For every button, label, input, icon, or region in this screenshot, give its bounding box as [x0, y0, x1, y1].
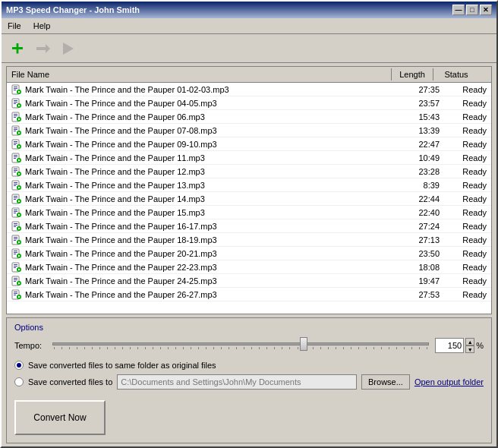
menu-file[interactable]: File — [2, 20, 27, 32]
table-row[interactable]: Mark Twain - The Prince and the Pauper 1… — [7, 206, 491, 219]
file-status-cell: Ready — [446, 112, 491, 122]
convert-now-button[interactable]: Convert Now — [14, 400, 106, 435]
svg-rect-16 — [14, 114, 17, 115]
tempo-spin-up[interactable]: ▲ — [465, 338, 474, 345]
table-row[interactable]: Mark Twain - The Prince and the Pauper 1… — [7, 178, 491, 192]
file-list-body[interactable]: Mark Twain - The Prince and the Pauper 0… — [7, 83, 491, 314]
tempo-spin-down[interactable]: ▼ — [465, 345, 474, 353]
svg-rect-10 — [14, 100, 17, 101]
svg-rect-70 — [14, 237, 17, 238]
slider-tick — [213, 347, 214, 349]
table-row[interactable]: Mark Twain - The Prince and the Pauper 0… — [7, 137, 491, 151]
tempo-slider-track[interactable] — [52, 342, 429, 345]
table-row[interactable]: Mark Twain - The Prince and the Pauper 1… — [7, 219, 491, 233]
mp3-file-icon — [11, 153, 22, 163]
file-name-cell: Mark Twain - The Prince and the Pauper 1… — [7, 193, 404, 205]
minimize-button[interactable]: — — [452, 5, 465, 15]
slider-tick — [77, 347, 77, 349]
mp3-file-icon — [11, 289, 22, 300]
slider-tick — [145, 347, 146, 349]
slider-tick — [229, 347, 229, 349]
table-row[interactable]: Mark Twain - The Prince and the Pauper 2… — [7, 260, 491, 274]
svg-rect-36 — [14, 158, 16, 159]
slider-tick — [160, 347, 161, 349]
file-name-cell: Mark Twain - The Prince and the Pauper 0… — [7, 138, 404, 150]
title-bar-buttons: — □ ✕ — [452, 5, 492, 15]
table-row[interactable]: Mark Twain - The Prince and the Pauper 1… — [7, 233, 491, 247]
file-name-text: Mark Twain - The Prince and the Pauper 1… — [25, 208, 205, 217]
tempo-value-input[interactable] — [435, 338, 464, 353]
maximize-button[interactable]: □ — [466, 5, 478, 15]
svg-rect-29 — [14, 143, 17, 144]
mp3-file-icon — [11, 98, 22, 109]
file-status-cell: Ready — [446, 180, 491, 191]
svg-rect-46 — [14, 182, 17, 183]
slider-tick — [137, 347, 138, 349]
title-bar: MP3 Speed Changer - John Smith — □ ✕ — [2, 2, 496, 18]
save-to-label: Save converted files to — [28, 377, 112, 386]
file-status-cell: Ready — [446, 84, 491, 95]
file-status-cell: Ready — [446, 262, 491, 273]
save-to-radio[interactable] — [14, 377, 24, 386]
table-row[interactable]: Mark Twain - The Prince and the Pauper 2… — [7, 274, 491, 288]
options-panel: Options Tempo: ▲ ▼ % — [6, 317, 492, 443]
save-path-input[interactable] — [117, 374, 357, 390]
file-name-text: Mark Twain - The Prince and the Pauper 1… — [25, 181, 205, 190]
slider-tick — [266, 347, 267, 349]
file-name-cell: Mark Twain - The Prince and the Pauper 0… — [7, 125, 404, 137]
slider-tick — [358, 347, 359, 349]
svg-rect-77 — [14, 252, 17, 253]
menu-help[interactable]: Help — [27, 20, 57, 32]
table-row[interactable]: Mark Twain - The Prince and the Pauper 0… — [7, 124, 491, 137]
file-length-cell: 27:24 — [404, 221, 446, 232]
file-length-cell: 23:57 — [404, 98, 446, 109]
table-row[interactable]: Mark Twain - The Prince and the Pauper 0… — [7, 96, 491, 110]
slider-tick — [99, 347, 100, 349]
browse-button[interactable]: Browse... — [361, 374, 410, 390]
slider-tick — [107, 347, 108, 349]
main-window: MP3 Speed Changer - John Smith — □ ✕ Fil… — [0, 0, 498, 448]
slider-tick — [381, 347, 382, 349]
title-bar-text: MP3 Speed Changer - John Smith — [6, 5, 140, 14]
mp3-file-icon — [11, 180, 22, 191]
remove-files-button[interactable] — [31, 38, 54, 59]
open-folder-link[interactable]: Open output folder — [414, 377, 484, 386]
slider-ticks — [52, 347, 429, 349]
slider-tick — [198, 347, 199, 349]
table-row[interactable]: Mark Twain - The Prince and the Pauper 0… — [7, 110, 491, 124]
slider-tick — [336, 347, 336, 349]
table-row[interactable]: Mark Twain - The Prince and the Pauper 2… — [7, 288, 491, 301]
slider-tick — [84, 347, 85, 349]
play-button[interactable] — [56, 38, 79, 59]
slider-tick — [298, 347, 298, 349]
mp3-file-icon — [11, 125, 22, 136]
mp3-file-icon — [11, 194, 22, 204]
slider-tick — [54, 347, 55, 349]
file-status-cell: Ready — [446, 248, 491, 259]
file-status-cell: Ready — [446, 276, 491, 286]
mp3-file-icon — [11, 166, 22, 177]
file-name-cell: Mark Twain - The Prince and the Pauper 1… — [7, 179, 404, 191]
toolbar — [2, 34, 496, 63]
mp3-file-icon — [11, 248, 22, 259]
table-row[interactable]: Mark Twain - The Prince and the Pauper 2… — [7, 247, 491, 260]
close-button[interactable]: ✕ — [480, 5, 492, 15]
content-area: File Name Length Status Mark Twain - The… — [2, 63, 496, 446]
slider-tick — [427, 347, 427, 349]
file-name-text: Mark Twain - The Prince and the Pauper 2… — [25, 249, 217, 258]
table-row[interactable]: Mark Twain - The Prince and the Pauper 1… — [7, 151, 491, 165]
file-name-cell: Mark Twain - The Prince and the Pauper 2… — [7, 261, 404, 273]
file-name-text: Mark Twain - The Prince and the Pauper 0… — [25, 126, 217, 135]
add-files-button[interactable] — [6, 38, 29, 59]
svg-rect-60 — [14, 213, 16, 213]
svg-rect-64 — [14, 223, 17, 224]
file-name-cell: Mark Twain - The Prince and the Pauper 1… — [7, 166, 404, 178]
table-row[interactable]: Mark Twain - The Prince and the Pauper 0… — [7, 83, 491, 96]
slider-tick — [236, 347, 237, 349]
table-row[interactable]: Mark Twain - The Prince and the Pauper 1… — [7, 192, 491, 206]
tempo-slider-thumb[interactable] — [300, 337, 307, 351]
table-row[interactable]: Mark Twain - The Prince and the Pauper 1… — [7, 165, 491, 178]
file-status-cell: Ready — [446, 235, 491, 245]
save-same-radio[interactable] — [14, 361, 24, 370]
slider-tick — [274, 347, 275, 349]
